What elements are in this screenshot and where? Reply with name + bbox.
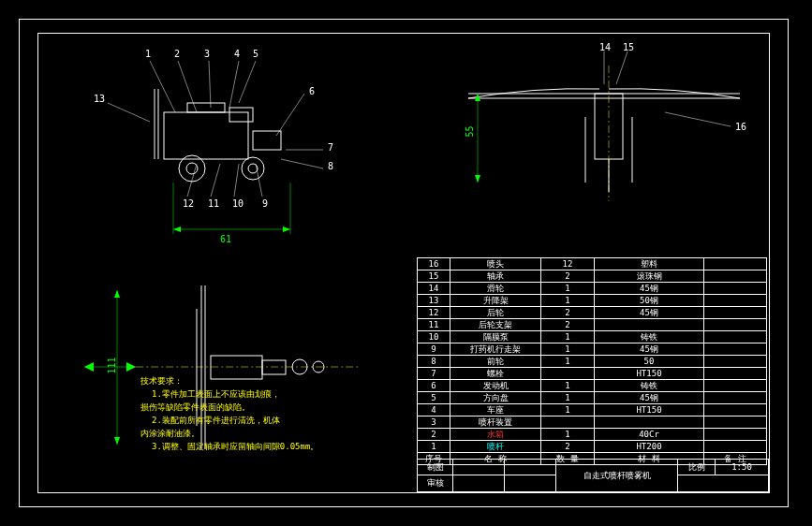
title-block: 制图 自走式喷杆喷雾机 比例 1:50 审核 [417,459,769,492]
table-row: 5方向盘145钢 [418,392,767,404]
svg-line-7 [281,159,323,168]
notes-line3: 3.调整、固定轴承时应留轴向间隙0.05mm。 [140,440,384,453]
callout-12: 12 [183,198,194,209]
callout-5: 5 [253,49,258,59]
notes-line1b: 损伤等缺陷零件表面的缺陷。 [140,401,384,414]
front-view [98,47,379,243]
tb-row2-lbl: 审核 [418,475,453,491]
callout-7: 7 [328,142,333,153]
svg-rect-15 [229,108,253,122]
callout-16: 16 [735,122,746,132]
tb-row2-c2 [453,475,505,491]
table-row: 3喷杆装置 [418,416,767,429]
callout-1: 1 [145,49,151,59]
tech-notes: 技术要求： 1.零件加工表面上不应该由划痕， 损伤等缺陷零件表面的缺陷。 2.装… [140,374,384,453]
svg-line-11 [211,164,220,197]
tb-scale-lbl: 比例 [678,460,716,475]
svg-marker-27 [283,226,290,232]
callout-3: 3 [204,49,210,59]
callout-8: 8 [328,161,333,171]
notes-line2: 2.装配前所有零件进行清洗，机体 [140,414,384,427]
dim-111: 111 [107,357,117,373]
table-row: 7螺栓HT150 [418,368,767,380]
callout-10: 10 [232,198,244,209]
table-row: 13升降架150钢 [418,295,767,307]
dim-61: 61 [220,234,231,244]
tb-scale: 1:50 [716,460,768,475]
tb-row1-c3 [505,460,556,475]
svg-point-18 [186,163,198,174]
callout-11: 11 [208,198,219,209]
svg-rect-13 [164,112,248,159]
svg-rect-16 [253,131,281,150]
svg-marker-50 [126,362,136,372]
notes-line1: 1.零件加工表面上不应该由划痕， [140,387,384,401]
table-row: 2水箱140Cr [418,429,767,441]
svg-line-0 [150,61,175,112]
table-row: 11后轮支架2 [418,319,767,331]
svg-rect-14 [187,103,225,112]
table-row: 12后轮245钢 [418,307,767,319]
callout-9: 9 [262,198,268,209]
svg-line-30 [665,112,731,126]
callout-2: 2 [174,49,180,59]
notes-line2b: 内涂涂耐油漆。 [140,427,384,440]
svg-rect-45 [262,360,286,374]
side-view [459,42,759,211]
tb-row2-c3 [505,475,556,491]
svg-point-19 [242,157,264,180]
svg-line-4 [239,61,256,103]
callout-6: 6 [309,86,315,96]
dim-55: 55 [465,125,475,137]
callout-13: 13 [94,94,105,104]
svg-marker-51 [84,362,94,372]
cad-canvas: 1 2 3 4 5 6 7 8 9 10 11 12 13 61 14 15 1… [0,0,812,526]
svg-marker-54 [114,437,120,445]
callout-14: 14 [599,42,611,52]
tb-bottom-right [678,475,768,491]
svg-marker-53 [114,290,120,298]
table-row: 6发动机1铸铁 [418,380,767,392]
svg-line-9 [256,164,262,197]
svg-marker-26 [173,226,181,232]
svg-marker-40 [475,175,480,183]
svg-line-12 [187,164,197,197]
table-row: 15轴承2滚珠钢 [418,270,767,283]
svg-point-20 [248,164,258,173]
table-row: 10隔膜泵1铸铁 [418,331,767,343]
notes-title: 技术要求： [140,374,384,387]
parts-table: 16喷头12塑料15轴承2滚珠钢14滑轮145钢13升降架150钢12后轮245… [417,257,767,465]
tb-row1-lbl: 制图 [418,460,453,475]
table-row: 16喷头12塑料 [418,258,767,270]
table-row: 1喷杆2HT200 [418,441,767,453]
callout-4: 4 [234,49,240,59]
svg-line-3 [229,61,239,108]
callout-15: 15 [623,42,634,52]
table-row: 14滑轮145钢 [418,283,767,295]
tb-row1-c2 [453,460,505,475]
svg-line-8 [108,103,150,122]
table-row: 4车座1HT150 [418,404,767,416]
svg-line-10 [234,164,239,197]
svg-line-2 [209,61,211,108]
table-row: 8前轮150 [418,356,767,368]
svg-line-29 [616,51,627,84]
tb-title: 自走式喷杆喷雾机 [556,460,678,491]
svg-line-5 [276,94,304,136]
table-row: 9打药机行走架145钢 [418,343,767,356]
